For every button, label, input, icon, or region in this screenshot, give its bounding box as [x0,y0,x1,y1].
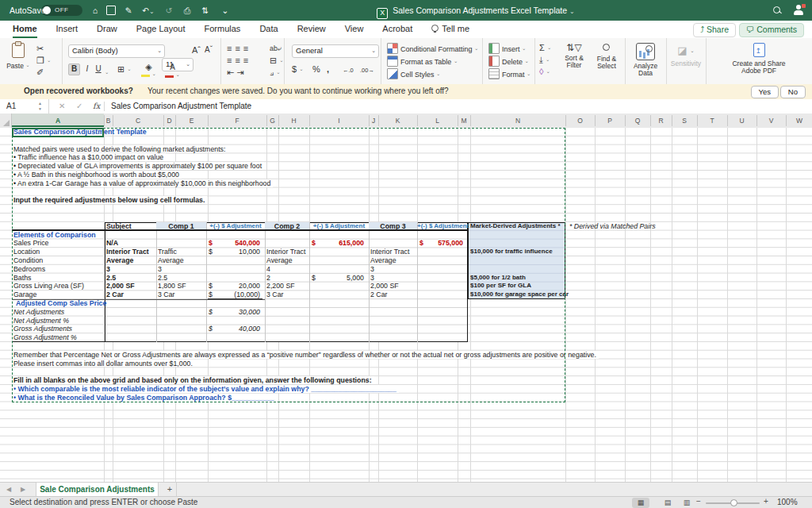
cell[interactable]: • Which comparable is the most reliable … [13,385,399,393]
column-header-F[interactable]: F [208,114,266,127]
find-select-button[interactable]: Find &Select [592,42,622,70]
page-layout-view-icon[interactable]: ▤ [659,498,676,508]
cell[interactable]: N/A [106,239,118,248]
cell[interactable]: Please insert commas into all dollar amo… [13,360,195,368]
sort-filter-button[interactable]: ⇅▽ Sort &Filter [558,42,590,69]
wrap-text-button[interactable]: ab⤶ [270,43,282,54]
cell[interactable]: Matched pairs were used to derive the fo… [13,145,228,153]
cell[interactable]: +(-) $ Adjustment [417,222,468,231]
print-icon[interactable]: ⎙ [179,0,195,21]
column-header-V[interactable]: V [756,114,786,127]
zoom-in-button[interactable]: + [764,497,768,506]
cell[interactable]: 615,000 [311,239,366,248]
cell[interactable]: 1,800 SF [158,282,186,291]
cell[interactable]: 30,000 [208,308,262,317]
cell[interactable]: • What is the Reconciled Value by Sales … [13,394,277,402]
home-icon[interactable]: ⌂ [87,0,103,21]
window-title[interactable]: XSales Comparison Adjustments Excel Temp… [309,0,642,21]
column-header-S[interactable]: S [672,114,697,127]
spreadsheet-grid[interactable]: Sales Comparison Adjustment TemplateMatc… [0,128,812,482]
tab-view[interactable]: View [345,21,364,38]
normal-view-icon[interactable]: ▦ [632,498,649,508]
share-button[interactable]: ⤴ Share [693,23,736,37]
cell[interactable]: • An extra 1-Car Garage has a value of a… [13,179,273,187]
cell[interactable]: $5,000 for 1/2 bath [470,274,526,283]
align-top-buttons[interactable]: ≡≡≡ [227,43,251,54]
zoom-out-button[interactable]: − [696,497,701,506]
cell[interactable]: 2 Car [106,291,124,299]
cell[interactable]: 2,000 SF [106,282,135,291]
cell[interactable]: 2.5 [106,274,116,283]
zoom-slider-knob[interactable] [730,499,737,506]
cell[interactable]: Subject [106,222,132,231]
decrease-decimal-button[interactable]: .00→ [360,65,374,76]
cell[interactable]: 540,000 [208,239,262,248]
cell[interactable]: Garage [13,291,36,299]
cell[interactable]: Fill in all blanks on the above grid and… [13,376,374,384]
percent-button[interactable]: % [312,64,320,75]
cell[interactable]: 575,000 [419,239,465,248]
cell[interactable]: Gross Living Area (SF) [13,282,84,291]
cell[interactable]: 2.5 [158,274,167,283]
prev-sheet-icon[interactable]: ◀ [6,483,11,497]
align-horizontal-buttons[interactable]: ≡≡≡ [227,55,251,66]
name-box[interactable]: A1 ▲▼ [0,99,49,114]
tab-insert[interactable]: Insert [56,21,79,38]
cell[interactable]: * Derived via Matched Pairs [569,222,656,231]
sort-az-icon[interactable]: ⇅ [197,0,213,21]
column-header-R[interactable]: R [650,114,672,127]
enter-icon[interactable]: ✓ [76,99,82,114]
toolbar-chevron-down-icon[interactable]: ⌄ [217,0,233,21]
sensitivity-button[interactable]: ◪ ⌄ Sensitivity [669,44,703,67]
cell[interactable]: Gross Adjustment % [13,333,77,342]
sheet-tab-sale-comparison-adjustments[interactable]: Sale Comparison Adjustments [36,483,159,497]
cell[interactable]: $100 per SF for GLA [470,282,531,291]
cell[interactable]: 3 Car [158,291,175,299]
cell[interactable]: +(-) $ Adjustment [309,222,369,231]
name-box-stepper[interactable]: ▲▼ [38,101,42,112]
cell[interactable]: 2,200 SF [266,282,295,291]
cell[interactable]: 3 Car [266,291,284,299]
cell[interactable]: Gross Adjustments [13,325,72,333]
cell[interactable]: Bedrooms [13,265,45,274]
column-header-T[interactable]: T [697,114,727,127]
conditional-formatting-button[interactable]: Conditional Formatting ⌄ [387,43,479,54]
copy-button[interactable]: ❐ ⌄ [36,55,51,66]
cancel-icon[interactable]: ✕ [59,99,65,114]
format-cells-button[interactable]: Format ⌄ [488,68,530,79]
column-header-P[interactable]: P [595,114,625,127]
cell[interactable]: +(-) $ Adjustment [206,222,265,231]
tab-page-layout[interactable]: Page Layout [136,21,186,38]
tab-data[interactable]: Data [259,21,278,38]
undo-icon[interactable]: ↶⌄ [140,0,156,21]
column-header-H[interactable]: H [278,114,309,127]
cell[interactable]: $10,000 for garage space per car [470,291,569,299]
bold-button[interactable]: B [68,64,80,75]
cell[interactable]: 3 [370,265,374,274]
indent-buttons[interactable]: ⇤⇥ [227,67,246,78]
cell[interactable]: 2 [266,274,270,283]
insert-cells-button[interactable]: Insert ⌄ [488,43,526,54]
column-header-L[interactable]: L [417,114,458,127]
cell[interactable]: 4 [266,265,270,274]
save-icon[interactable] [106,6,116,15]
cell[interactable]: Net Adjustment % [13,317,69,325]
cell[interactable]: Average [158,256,184,265]
column-header-W[interactable]: W [786,114,812,127]
cell[interactable]: Remember that Percentage Net or Gross Ad… [13,351,599,359]
column-header-C[interactable]: C [113,114,163,127]
autosum-button[interactable]: Σ ⌄ [539,42,551,53]
cell[interactable]: 3 [370,274,374,283]
cell[interactable]: Condition [13,256,43,265]
grow-font-button[interactable]: Aˆ [192,44,201,56]
cell[interactable]: 3 [158,265,162,274]
column-header-B[interactable]: B [104,114,113,127]
analyze-data-button[interactable]: AnalyzeData [630,43,661,77]
column-header-I[interactable]: I [309,114,369,127]
increase-decimal-button[interactable]: ←.0 [343,65,354,76]
cell[interactable]: Input the required adjustments below usi… [13,196,207,204]
page-break-view-icon[interactable]: ▥ [678,498,695,508]
column-header-O[interactable]: O [565,114,595,127]
tab-home[interactable]: Home [13,21,37,38]
select-all-corner[interactable] [0,114,12,128]
